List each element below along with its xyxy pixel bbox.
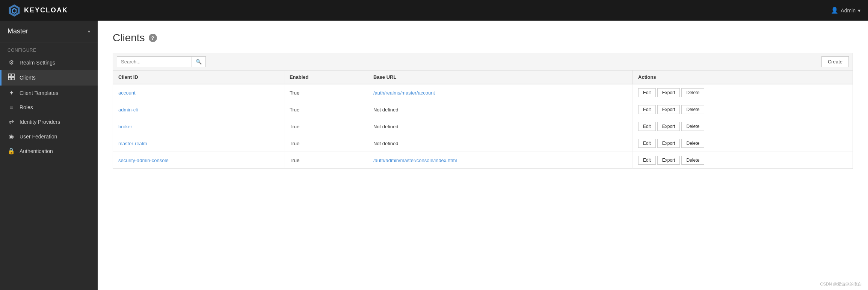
- sidebar-item-label: Identity Providers: [20, 119, 60, 125]
- svg-rect-7: [12, 77, 14, 80]
- delete-button[interactable]: Delete: [681, 105, 704, 114]
- cell-actions: EditExportDelete: [633, 135, 853, 152]
- main-content: Clients ? 🔍 Create Client ID Enabled Bas…: [98, 21, 868, 290]
- delete-button[interactable]: Delete: [681, 156, 704, 165]
- cell-client-id: master-realm: [113, 135, 284, 152]
- user-menu[interactable]: 👤 Admin ▾: [831, 7, 860, 14]
- cell-base-url: Not defined: [368, 118, 633, 135]
- cell-actions: EditExportDelete: [633, 84, 853, 101]
- svg-rect-4: [8, 74, 11, 77]
- cell-client-id: admin-cli: [113, 101, 284, 118]
- create-button[interactable]: Create: [821, 56, 849, 67]
- search-input[interactable]: [117, 56, 192, 67]
- sidebar-item-client-templates[interactable]: ✦ Client Templates: [0, 86, 98, 100]
- sidebar-item-user-federation[interactable]: ◉ User Federation: [0, 129, 98, 144]
- cell-enabled: True: [284, 135, 368, 152]
- export-button[interactable]: Export: [657, 105, 680, 114]
- sidebar: Master ▾ Configure ⚙ Realm Settings Clie…: [0, 21, 98, 290]
- table-row: admin-cliTrueNot definedEditExportDelete: [113, 101, 853, 118]
- sidebar-item-clients[interactable]: Clients: [0, 70, 98, 86]
- edit-button[interactable]: Edit: [638, 122, 656, 131]
- client-id-link[interactable]: master-realm: [118, 141, 147, 146]
- sidebar-item-roles[interactable]: ≡ Roles: [0, 100, 98, 114]
- delete-button[interactable]: Delete: [681, 122, 704, 131]
- clients-icon: [8, 74, 15, 82]
- edit-button[interactable]: Edit: [638, 88, 656, 97]
- realm-settings-icon: ⚙: [8, 59, 15, 66]
- base-url-link[interactable]: /auth/realms/master/account: [373, 90, 435, 96]
- search-group: 🔍: [117, 56, 206, 67]
- col-base-url: Base URL: [368, 71, 633, 84]
- cell-client-id: security-admin-console: [113, 152, 284, 169]
- table-row: master-realmTrueNot definedEditExportDel…: [113, 135, 853, 152]
- search-button[interactable]: 🔍: [192, 56, 206, 67]
- cell-enabled: True: [284, 101, 368, 118]
- col-enabled: Enabled: [284, 71, 368, 84]
- realm-label: Master: [8, 27, 28, 35]
- edit-button[interactable]: Edit: [638, 139, 656, 148]
- table-row: security-admin-consoleTrue/auth/admin/ma…: [113, 152, 853, 169]
- cell-client-id: broker: [113, 118, 284, 135]
- configure-section-label: Configure: [0, 42, 98, 55]
- col-actions: Actions: [633, 71, 853, 84]
- user-icon: 👤: [831, 7, 838, 14]
- sidebar-item-realm-settings[interactable]: ⚙ Realm Settings: [0, 55, 98, 70]
- sidebar-item-label: Realm Settings: [20, 60, 55, 66]
- cell-base-url: /auth/realms/master/account: [368, 84, 633, 101]
- cell-enabled: True: [284, 118, 368, 135]
- table-row: accountTrue/auth/realms/master/accountEd…: [113, 84, 853, 101]
- page-title: Clients: [113, 32, 145, 44]
- sidebar-item-authentication[interactable]: 🔒 Authentication: [0, 144, 98, 158]
- realm-selector[interactable]: Master ▾: [0, 21, 98, 42]
- identity-providers-icon: ⇄: [8, 118, 15, 125]
- authentication-icon: 🔒: [8, 147, 15, 155]
- client-templates-icon: ✦: [8, 89, 15, 96]
- logo-text: KEYCLOAK: [24, 6, 68, 14]
- sidebar-item-label: Client Templates: [20, 90, 58, 96]
- logo: KEYCLOAK: [8, 4, 68, 17]
- help-icon[interactable]: ?: [149, 34, 157, 42]
- cell-actions: EditExportDelete: [633, 118, 853, 135]
- client-id-link[interactable]: account: [118, 90, 136, 96]
- sidebar-item-identity-providers[interactable]: ⇄ Identity Providers: [0, 114, 98, 129]
- user-federation-icon: ◉: [8, 133, 15, 140]
- table-toolbar: 🔍 Create: [113, 53, 853, 70]
- export-button[interactable]: Export: [657, 156, 680, 165]
- cell-actions: EditExportDelete: [633, 152, 853, 169]
- page-title-row: Clients ?: [113, 32, 853, 44]
- edit-button[interactable]: Edit: [638, 105, 656, 114]
- sidebar-item-label: Authentication: [20, 148, 53, 154]
- clients-table: Client ID Enabled Base URL Actions accou…: [113, 70, 853, 169]
- export-button[interactable]: Export: [657, 122, 680, 131]
- user-label: Admin: [841, 8, 856, 14]
- main-layout: Master ▾ Configure ⚙ Realm Settings Clie…: [0, 21, 868, 290]
- user-chevron-icon: ▾: [858, 8, 860, 14]
- keycloak-logo-icon: [8, 4, 21, 17]
- roles-icon: ≡: [8, 104, 15, 111]
- delete-button[interactable]: Delete: [681, 88, 704, 97]
- sidebar-item-label: User Federation: [20, 134, 57, 140]
- base-url-link[interactable]: /auth/admin/master/console/index.html: [373, 158, 457, 163]
- export-button[interactable]: Export: [657, 88, 680, 97]
- svg-rect-6: [8, 77, 11, 80]
- realm-chevron-icon: ▾: [88, 29, 90, 34]
- export-button[interactable]: Export: [657, 139, 680, 148]
- cell-actions: EditExportDelete: [633, 101, 853, 118]
- sidebar-item-label: Roles: [20, 104, 33, 110]
- delete-button[interactable]: Delete: [681, 139, 704, 148]
- svg-rect-5: [12, 74, 14, 77]
- edit-button[interactable]: Edit: [638, 156, 656, 165]
- cell-base-url: /auth/admin/master/console/index.html: [368, 152, 633, 169]
- client-id-link[interactable]: broker: [118, 124, 132, 129]
- col-client-id: Client ID: [113, 71, 284, 84]
- cell-base-url: Not defined: [368, 101, 633, 118]
- cell-enabled: True: [284, 84, 368, 101]
- table-row: brokerTrueNot definedEditExportDelete: [113, 118, 853, 135]
- cell-client-id: account: [113, 84, 284, 101]
- sidebar-item-label: Clients: [20, 75, 36, 81]
- topnav: KEYCLOAK 👤 Admin ▾: [0, 0, 868, 21]
- footer-note: CSDN @爱游泳的老白: [820, 281, 862, 287]
- cell-enabled: True: [284, 152, 368, 169]
- client-id-link[interactable]: admin-cli: [118, 107, 138, 113]
- client-id-link[interactable]: security-admin-console: [118, 158, 169, 163]
